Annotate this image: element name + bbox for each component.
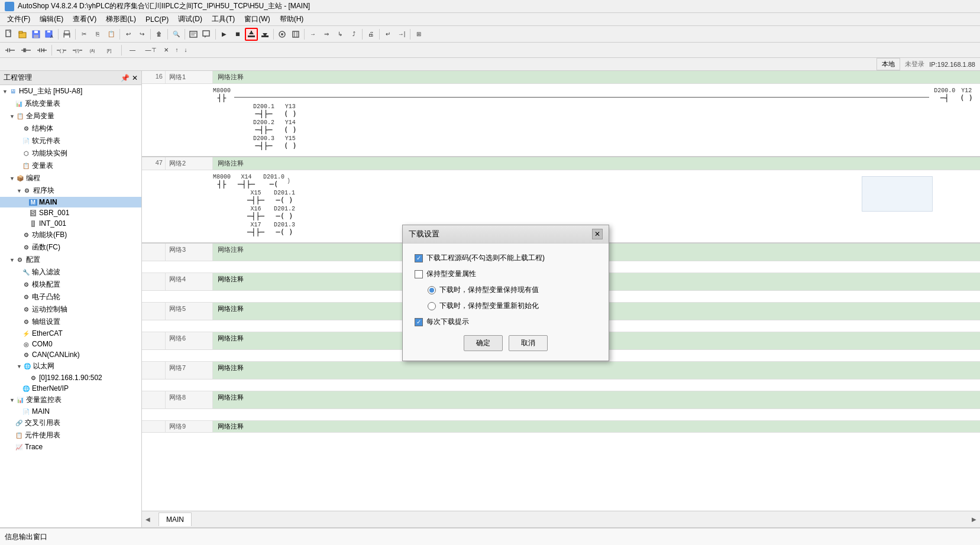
prog-expand[interactable]: ▼: [9, 176, 15, 181]
print-btn2[interactable]: 🖨: [364, 28, 377, 41]
globalvar-expand[interactable]: ▼: [9, 113, 15, 119]
tree-struct[interactable]: ▶ ⚙ 结构体: [0, 122, 141, 135]
confirm-button[interactable]: 确定: [464, 335, 503, 351]
checkbox-download-source[interactable]: ✓: [415, 254, 423, 262]
undo-button[interactable]: ↩: [122, 28, 135, 41]
nav-btn1[interactable]: ↵: [381, 28, 394, 41]
menu-tools[interactable]: 工具(T): [207, 13, 240, 25]
download-settings-dialog[interactable]: 下载设置 ✕ ✓ 下载工程源码(不勾选则不能上载工程) 保持型变量属性 下载时，…: [402, 225, 609, 361]
upload-button[interactable]: [258, 28, 271, 41]
nav-btn2[interactable]: →|: [395, 28, 408, 41]
monitor-btn2[interactable]: [289, 28, 302, 41]
ladder-line1[interactable]: —: [124, 44, 141, 57]
tree-sbr001[interactable]: ▶ S SBR_001: [0, 207, 141, 218]
copy-button[interactable]: ⎘: [91, 28, 104, 41]
checkbox-prompt-every[interactable]: ✓: [415, 318, 423, 326]
ladder-line5[interactable]: ↓: [182, 44, 190, 57]
menu-window[interactable]: 窗口(W): [240, 13, 274, 25]
monitor-expand[interactable]: ▼: [9, 397, 15, 403]
ladder-coil3[interactable]: (A): [86, 44, 102, 57]
ladder-line4[interactable]: ↑: [173, 44, 181, 57]
download-button[interactable]: [245, 28, 258, 41]
cancel-button[interactable]: 取消: [509, 335, 548, 351]
stop-button[interactable]: ⏹: [231, 28, 244, 41]
cut-button[interactable]: ✂: [77, 28, 90, 41]
tree-int001[interactable]: ▶ I INT_001: [0, 218, 141, 229]
run-button[interactable]: ▶: [218, 28, 231, 41]
tab-main[interactable]: MAIN: [159, 512, 192, 526]
new-button[interactable]: [2, 28, 15, 41]
save-button[interactable]: [30, 28, 43, 41]
ladder-line2[interactable]: —⊤: [142, 44, 160, 57]
tree-fc[interactable]: ▶ ⚙ 函数(FC): [0, 241, 141, 254]
tree-vartable[interactable]: ▶ 📋 变量表: [0, 160, 141, 172]
comment-btn1[interactable]: [187, 28, 200, 41]
paste-button[interactable]: 📋: [105, 28, 118, 41]
progblock-expand[interactable]: ▼: [17, 188, 22, 194]
menu-debug[interactable]: 调试(D): [173, 13, 207, 25]
menu-file[interactable]: 文件(F): [2, 13, 35, 25]
tree-progblock[interactable]: ▼ ⚙ 程序块: [0, 184, 141, 197]
ladder-coil2[interactable]: (/): [70, 44, 85, 57]
dialog-close-button[interactable]: ✕: [592, 229, 603, 239]
tree-config[interactable]: ▼ ⚙ 配置: [0, 254, 141, 266]
nav-right[interactable]: ▶: [968, 514, 980, 525]
radio-reset-on-download[interactable]: [428, 302, 436, 310]
monitor-btn1[interactable]: [276, 28, 289, 41]
menu-help[interactable]: 帮助(H): [275, 13, 309, 25]
tree-monitor-main[interactable]: ▶ 📄 MAIN: [0, 406, 141, 417]
tree-motionaxis[interactable]: ▶ ⚙ 运动控制轴: [0, 303, 141, 316]
menu-plc[interactable]: PLC(P): [141, 14, 173, 25]
open-button[interactable]: [16, 28, 29, 41]
menu-ladder[interactable]: 梯形图(L): [101, 13, 141, 25]
ethernet-expand[interactable]: ▼: [17, 364, 22, 369]
tree-cam[interactable]: ▶ ⚙ 电子凸轮: [0, 291, 141, 303]
tree-softelem[interactable]: ▶ 📄 软元件表: [0, 135, 141, 147]
ladder-btn2[interactable]: [18, 44, 34, 57]
redo-button[interactable]: ↪: [135, 28, 148, 41]
find-button[interactable]: 🔍: [170, 28, 183, 41]
ladder-coil1[interactable]: (): [54, 44, 69, 57]
tree-modconfig[interactable]: ▶ ⚙ 模块配置: [0, 278, 141, 291]
tree-ethercat[interactable]: ▶ ⚡ EtherCAT: [0, 328, 141, 339]
debug-btn2[interactable]: ⇒: [320, 28, 333, 41]
config-expand[interactable]: ▼: [9, 257, 15, 263]
checkbox-retain-var[interactable]: [415, 270, 423, 278]
tree-sysvar[interactable]: ▶ 📊 系统变量表: [0, 98, 141, 110]
tree-ip-addr[interactable]: ▶ ⚙ [0]192.168.1.90:502: [0, 372, 141, 383]
tree-xref[interactable]: ▶ 🔗 交叉引用表: [0, 417, 141, 429]
ladder-line3[interactable]: ✕: [160, 44, 172, 57]
tree-axisgrp[interactable]: ▶ ⚙ 轴组设置: [0, 316, 141, 328]
root-expand[interactable]: ▼: [2, 89, 8, 95]
tree-close[interactable]: ✕: [132, 74, 138, 82]
debug-btn4[interactable]: ⤴: [347, 28, 360, 41]
saveas-button[interactable]: A: [43, 28, 56, 41]
tree-fbinst[interactable]: ▶ ⬡ 功能块实例: [0, 147, 141, 160]
display-btn[interactable]: ⊞: [412, 28, 425, 41]
tree-main[interactable]: ▶ M MAIN: [0, 197, 141, 207]
debug-btn3[interactable]: ↳: [334, 28, 347, 41]
tree-ethernetip[interactable]: ▶ 🌐 EtherNet/IP: [0, 383, 141, 394]
tree-ethernet[interactable]: ▼ 🌐 以太网: [0, 360, 141, 372]
tree-can[interactable]: ▶ ⚙ CAN(CANLink): [0, 349, 141, 360]
tree-usage[interactable]: ▶ 📋 元件使用表: [0, 429, 141, 442]
tree-com0[interactable]: ▶ ◎ COM0: [0, 339, 141, 349]
comment-btn2[interactable]: [200, 28, 214, 41]
tree-pin[interactable]: 📌: [121, 74, 130, 82]
menu-view[interactable]: 查看(V): [68, 13, 101, 25]
tree-prog[interactable]: ▼ 📦 编程: [0, 172, 141, 184]
print-button[interactable]: [60, 28, 73, 41]
tree-globalvar[interactable]: ▼ 📋 全局变量: [0, 110, 141, 122]
ladder-coil4[interactable]: [F]: [103, 44, 119, 57]
radio-retain-on-download[interactable]: [428, 286, 436, 294]
tree-root[interactable]: ▼ 🖥 H5U_主站 [H5U-A8]: [0, 85, 141, 98]
ladder-btn1[interactable]: [2, 44, 18, 57]
debug-btn1[interactable]: →: [306, 28, 319, 41]
tree-inputfilter[interactable]: ▶ 🔧 输入滤波: [0, 266, 141, 278]
menu-edit[interactable]: 编辑(E): [35, 13, 68, 25]
ladder-btn3[interactable]: [34, 44, 50, 57]
delete-button[interactable]: 🗑: [153, 28, 166, 41]
tree-trace[interactable]: ▶ 📈 Trace: [0, 442, 141, 452]
tree-monitor[interactable]: ▼ 📊 变量监控表: [0, 394, 141, 406]
tree-fbblock[interactable]: ▶ ⚙ 功能块(FB): [0, 229, 141, 241]
